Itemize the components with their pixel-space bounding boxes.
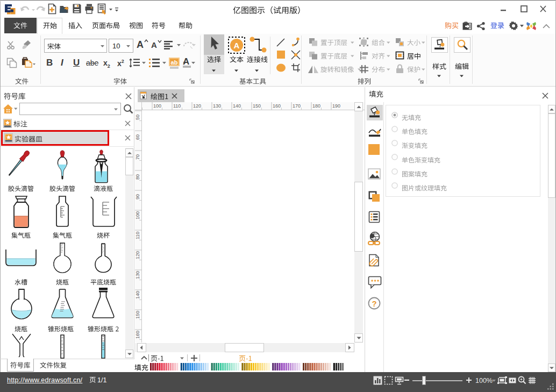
svg-text:?: ? [372,299,376,308]
svg-text:A: A [234,41,240,50]
svg-text:ab: ab [171,59,178,66]
